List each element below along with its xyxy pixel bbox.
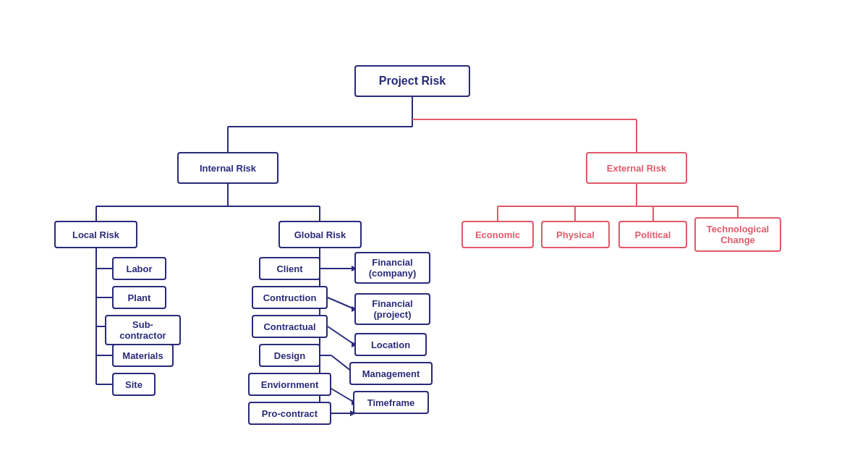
global_risk-node: Global Risk	[278, 221, 362, 248]
political-node: Political	[618, 221, 687, 248]
construction-node: Contruction	[252, 286, 328, 309]
fin_company-node: Financial(company)	[354, 252, 430, 284]
physical-node: Physical	[541, 221, 610, 248]
chart-container: Project RiskInternal RiskExternal RiskLo…	[0, 0, 868, 456]
location-node: Location	[354, 333, 427, 356]
svg-line-33	[328, 326, 354, 345]
site-node: Site	[112, 373, 156, 396]
economic-node: Economic	[461, 221, 534, 248]
labor-node: Labor	[112, 257, 166, 280]
materials-node: Materials	[112, 344, 174, 367]
svg-line-31	[328, 297, 354, 309]
client-node: Client	[259, 257, 320, 280]
procontract-node: Pro-contract	[248, 402, 331, 425]
fin_project-node: Financial(project)	[354, 293, 430, 325]
subcontractor-node: Sub-contractor	[105, 315, 181, 345]
plant-node: Plant	[112, 286, 166, 309]
local_risk-node: Local Risk	[54, 221, 137, 248]
internal_risk-node: Internal Risk	[177, 152, 278, 184]
design-node: Design	[259, 344, 320, 367]
management-node: Management	[349, 362, 433, 385]
timeframe-node: Timeframe	[353, 391, 429, 414]
environment-node: Enviornment	[248, 373, 331, 396]
project_risk-node: Project Risk	[354, 65, 470, 97]
contractual-node: Contractual	[252, 315, 328, 338]
external_risk-node: External Risk	[586, 152, 687, 184]
tech_change-node: TechnologicalChange	[694, 217, 781, 252]
